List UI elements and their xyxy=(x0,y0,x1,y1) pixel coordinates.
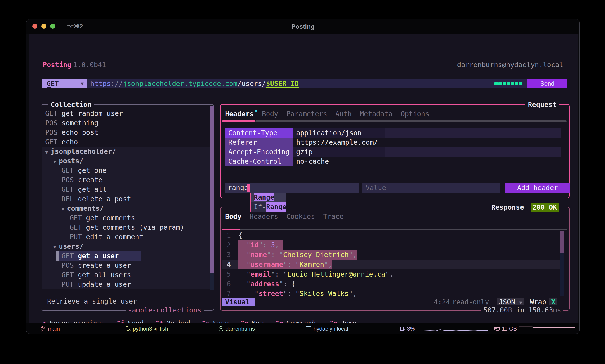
text-cursor xyxy=(247,184,250,192)
user-item: darrenburns xyxy=(218,323,255,334)
code-line-4: 4 "username": "Kamren", xyxy=(221,260,569,269)
code-token: id xyxy=(250,241,259,249)
header-row[interactable]: Accept-Encodinggzip xyxy=(225,147,561,157)
header-value-cell: gzip xyxy=(296,148,312,156)
send-button[interactable]: Send xyxy=(527,79,567,88)
tree-request-get-all-users[interactable]: GET get all users xyxy=(42,270,210,280)
url-input[interactable]: https://jsonplaceholder.typicode.com/use… xyxy=(87,79,527,88)
chevron-down-icon: ▼ xyxy=(519,300,522,305)
url-segment: $USER_ID xyxy=(266,79,299,88)
request-panel-title: Request xyxy=(525,100,559,109)
collection-scrollbar-thumb[interactable] xyxy=(210,106,214,273)
user-host-label: darrenburns@hydaelyn.local xyxy=(457,61,563,69)
response-tab-cookies[interactable]: Cookies xyxy=(286,212,315,221)
tree-request-create-a-user[interactable]: POS create a user xyxy=(42,261,210,270)
response-scrollbar-thumb[interactable] xyxy=(560,231,564,253)
header-key-cell: Referer xyxy=(225,138,293,147)
autocomplete-item-range[interactable]: Range xyxy=(251,193,286,202)
code-token: ": " xyxy=(283,260,300,268)
response-body-editor[interactable]: 1{2 "id": 5,3 "name": "Chelsey Dietrich"… xyxy=(221,230,569,298)
request-tab-headers[interactable]: Headers xyxy=(225,109,254,118)
request-name: update a user xyxy=(78,280,131,288)
response-size-time: 507.00B in 158.63ms xyxy=(481,305,563,315)
activity-dot xyxy=(511,82,514,85)
header-row[interactable]: Cache-Controlno-cache xyxy=(225,157,561,166)
header-key-input[interactable]: range xyxy=(225,183,359,193)
format-select[interactable]: JSON ▼ xyxy=(497,298,524,306)
code-token: " xyxy=(238,290,259,298)
request-tab-options[interactable]: Options xyxy=(401,109,429,118)
tree-request-get-comments[interactable]: GET get comments xyxy=(42,213,210,223)
url-segment: /users/ xyxy=(237,79,266,88)
line-number: 3 xyxy=(223,250,231,260)
tree-request-get-all[interactable]: GET get all xyxy=(42,185,210,194)
request-method: PUT xyxy=(70,233,86,241)
tree-request-create[interactable]: POS create xyxy=(42,175,210,185)
activity-dot xyxy=(519,82,522,85)
header-key-cell: Content-Type xyxy=(225,128,293,138)
code-token: ": " xyxy=(283,290,300,298)
tree-request-delete-a-post[interactable]: DEL delete a post xyxy=(42,194,210,204)
wrap-toggle[interactable]: X xyxy=(549,298,557,306)
tree-request-something[interactable]: POS something xyxy=(42,118,210,128)
activity-dot xyxy=(507,82,510,85)
tree-folder-jsonplaceholder[interactable]: ▼ jsonplaceholder/ xyxy=(42,147,210,156)
activity-dot xyxy=(494,82,498,85)
tree-request-get-random-user[interactable]: GET get random user xyxy=(42,109,210,118)
header-row[interactable]: Content-Typeapplication/json xyxy=(225,128,561,138)
method-label: GET xyxy=(47,79,59,88)
chevron-down-icon: ▼ xyxy=(81,79,84,88)
collection-scrollbar[interactable] xyxy=(210,106,214,290)
code-token: ": xyxy=(259,241,271,249)
code-token: email xyxy=(250,270,271,278)
request-tab-auth[interactable]: Auth xyxy=(335,109,352,118)
tree-request-update-a-user[interactable]: PUT update a user xyxy=(42,280,210,289)
autocomplete-item-if-range[interactable]: If-Range xyxy=(251,202,286,212)
tree-folder-posts[interactable]: ▼ posts/ xyxy=(42,156,210,166)
git-branch-item: main xyxy=(40,323,60,334)
tree-folder-users[interactable]: ▼ users/ xyxy=(42,242,210,251)
activity-dot xyxy=(502,82,506,85)
url-segment: :// xyxy=(111,79,123,88)
request-tab-parameters[interactable]: Parameters xyxy=(286,109,327,118)
tree-request-get-one[interactable]: GET get one xyxy=(42,166,210,175)
url-bar: GET ▼ https://jsonplaceholder.typicode.c… xyxy=(28,79,578,88)
host-label: hydaelyn.local xyxy=(314,325,348,332)
request-name: create a user xyxy=(78,261,131,269)
code-token: name xyxy=(250,251,267,259)
folder-name: posts/ xyxy=(59,157,83,165)
tree-request-echo-post[interactable]: POS echo post xyxy=(42,128,210,137)
activity-dot xyxy=(515,82,518,85)
code-token: ": xyxy=(279,280,291,288)
add-header-button[interactable]: Add header xyxy=(505,183,570,193)
request-tab-metadata[interactable]: Metadata xyxy=(360,109,393,118)
header-row[interactable]: Refererhttps://example.com/ xyxy=(225,138,561,147)
header-value-input[interactable]: Value xyxy=(363,183,499,193)
request-method: GET xyxy=(62,185,78,193)
request-name: get random user xyxy=(62,109,123,117)
tree-request-echo[interactable]: GET echo xyxy=(42,137,210,147)
tree-folder-comments[interactable]: ▼ comments/ xyxy=(42,204,210,213)
tree-request-edit-a-comment[interactable]: PUT edit a comment xyxy=(42,232,210,242)
response-size: 507.00 xyxy=(484,306,508,314)
app-brand: Posting xyxy=(43,61,71,69)
response-panel-title: Response xyxy=(489,203,527,212)
method-selector[interactable]: GET ▼ xyxy=(42,79,87,88)
response-tab-trace[interactable]: Trace xyxy=(323,212,343,221)
request-method: PUT xyxy=(62,280,78,288)
url-segment: jsonplaceholder.typicode.com xyxy=(123,79,238,88)
cursor-position-label: 4:24 xyxy=(434,298,450,306)
request-tab-body[interactable]: Body xyxy=(262,109,278,118)
tree-request-get-comments-via-param-[interactable]: GET get comments (via param) xyxy=(42,223,210,232)
request-name: create xyxy=(78,176,102,184)
code-line-3: 3 "name": "Chelsey Dietrich", xyxy=(221,250,569,260)
code-token: " xyxy=(238,251,250,259)
response-tab-body[interactable]: Body xyxy=(225,212,242,221)
tree-request-get-a-user[interactable]: GET get a user xyxy=(42,251,210,261)
response-tab-headers[interactable]: Headers xyxy=(250,212,278,221)
folder-name: jsonplaceholder/ xyxy=(51,147,116,155)
autocomplete-match: Range xyxy=(254,193,274,201)
code-token: { xyxy=(238,231,242,239)
memory-item: 11 GB xyxy=(494,323,517,334)
code-line-6: 6 "address": { xyxy=(221,279,569,289)
